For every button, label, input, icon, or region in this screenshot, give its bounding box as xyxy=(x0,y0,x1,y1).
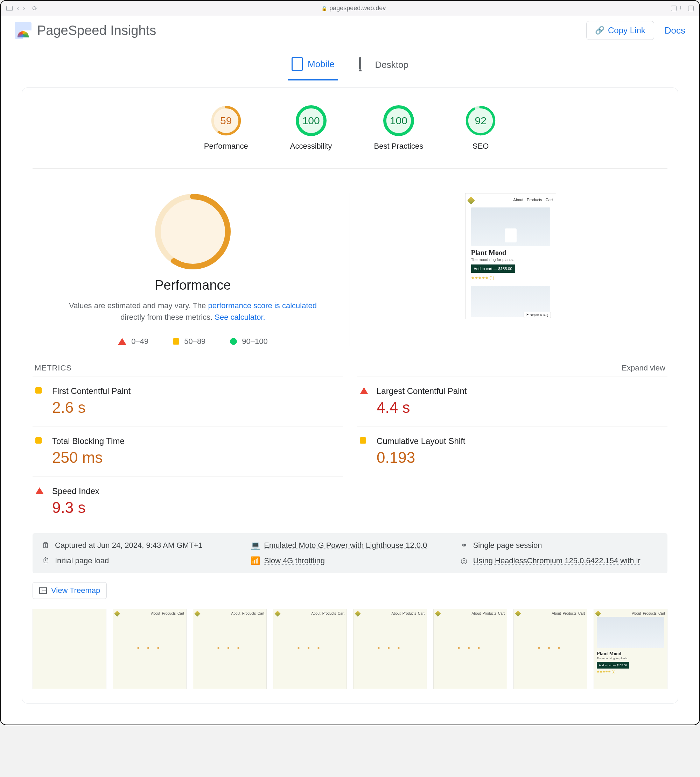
metric-name: Speed Index xyxy=(52,486,99,496)
forward-button[interactable]: › xyxy=(21,5,27,12)
load-type-text: Initial page load xyxy=(55,556,109,565)
mock-product-image xyxy=(471,208,550,246)
score-accessibility[interactable]: 100 Accessibility xyxy=(290,105,332,151)
score-seo-label: SEO xyxy=(472,142,488,151)
score-accessibility-label: Accessibility xyxy=(290,142,332,151)
score-seo[interactable]: 92 SEO xyxy=(465,105,496,151)
filmstrip-frame[interactable]: AboutProductsCart• • • xyxy=(513,609,587,689)
fail-icon xyxy=(35,487,44,494)
copy-link-button[interactable]: 🔗 Copy Link xyxy=(586,21,654,40)
expand-view-button[interactable]: Expand view xyxy=(622,363,665,373)
mock-product-name: Plant Mood xyxy=(471,249,550,257)
user-agent-link[interactable]: Using HeadlessChromium 125.0.6422.154 wi… xyxy=(473,556,640,565)
address-bar[interactable]: 🔒pagespeed.web.dev xyxy=(40,5,667,12)
filmstrip: AboutProductsCart• • •AboutProductsCart•… xyxy=(33,609,667,689)
mock-secondary-image: ⚑ Report a Bug xyxy=(471,286,550,317)
filmstrip-frame[interactable]: AboutProductsCartPlant MoodThe mood ring… xyxy=(593,609,667,689)
gauge-seo: 92 xyxy=(465,105,496,136)
mock-rating: ★★★★★ (1) xyxy=(471,276,550,280)
performance-detail-row: 59 Performance Values are estimated and … xyxy=(33,169,667,356)
perf-calc-link[interactable]: performance score is calculated xyxy=(208,301,317,310)
big-gauge-performance: 59 xyxy=(154,193,232,270)
device-tabs: Mobile Desktop xyxy=(1,45,699,80)
score-performance-label: Performance xyxy=(204,142,248,151)
avg-icon xyxy=(360,437,366,444)
gauge-accessibility: 100 xyxy=(296,105,327,136)
metrics-grid: First Contentful Paint2.6 sLargest Conte… xyxy=(33,376,667,526)
avg-icon xyxy=(35,387,42,394)
timer-icon: ⏱ xyxy=(42,556,50,565)
performance-note: Values are estimated and may vary. The p… xyxy=(67,300,319,323)
metrics-header: METRICS Expand view xyxy=(33,356,667,376)
docs-link[interactable]: Docs xyxy=(665,25,685,36)
filmstrip-frame[interactable]: AboutProductsCart• • • xyxy=(433,609,507,689)
legend-avg-icon xyxy=(173,338,179,344)
tab-desktop[interactable]: Desktop xyxy=(356,54,412,80)
filmstrip-frame[interactable]: AboutProductsCart• • • xyxy=(353,609,427,689)
new-tab-button[interactable]: + xyxy=(677,5,685,12)
view-treemap-button[interactable]: View Treemap xyxy=(33,582,107,599)
sidebar-toggle-icon[interactable] xyxy=(6,6,13,11)
metric-value: 9.3 s xyxy=(52,499,99,516)
emulated-device-link[interactable]: Emulated Moto G Power with Lighthouse 12… xyxy=(264,541,427,550)
pagespeed-logo-icon xyxy=(15,22,32,39)
lock-icon: 🔒 xyxy=(321,6,327,11)
desktop-icon xyxy=(359,57,361,70)
category-scores-row: 59 Performance 100 Accessibility 100 Bes… xyxy=(33,98,667,169)
session-icon: ⚭ xyxy=(460,541,468,550)
tab-desktop-label: Desktop xyxy=(375,60,408,70)
metric-value: 0.193 xyxy=(377,449,465,466)
app-title: PageSpeed Insights xyxy=(37,23,156,38)
device-icon: 💻 xyxy=(251,541,259,550)
filmstrip-frame[interactable]: AboutProductsCart• • • xyxy=(113,609,187,689)
score-best-practices-label: Best Practices xyxy=(374,142,423,151)
tab-mobile-label: Mobile xyxy=(308,59,335,70)
metrics-heading: METRICS xyxy=(35,363,72,373)
see-calculator-link[interactable]: See calculator. xyxy=(215,313,265,321)
browser-toolbar: ‹ › ⟳ 🔒pagespeed.web.dev + xyxy=(1,1,699,16)
share-button[interactable] xyxy=(671,6,677,11)
tab-mobile[interactable]: Mobile xyxy=(288,54,338,80)
app-header: PageSpeed Insights 🔗 Copy Link Docs xyxy=(1,16,699,45)
treemap-icon xyxy=(39,587,47,594)
legend-good-icon xyxy=(230,338,237,345)
score-legend: 0–49 50–89 90–100 xyxy=(118,337,268,346)
report-bug-badge: ⚑ Report a Bug xyxy=(523,312,551,318)
session-text: Single page session xyxy=(473,541,542,550)
wifi-icon: 📶 xyxy=(251,556,259,565)
captured-at-text: Captured at Jun 24, 2024, 9:43 AM GMT+1 xyxy=(55,541,202,550)
link-icon: 🔗 xyxy=(595,26,605,35)
calendar-icon: 🗓 xyxy=(42,541,50,550)
metric-item: Total Blocking Time250 ms xyxy=(33,426,343,476)
gauge-performance: 59 xyxy=(211,105,242,136)
legend-bad-icon xyxy=(118,338,127,345)
back-button[interactable]: ‹ xyxy=(15,5,21,12)
filmstrip-frame[interactable]: AboutProductsCart• • • xyxy=(273,609,347,689)
metric-value: 4.4 s xyxy=(377,399,467,416)
throttle-link[interactable]: Slow 4G throttling xyxy=(264,556,325,565)
filmstrip-frame[interactable] xyxy=(33,609,107,689)
capture-info: 🗓Captured at Jun 24, 2024, 9:43 AM GMT+1… xyxy=(33,533,667,573)
metric-item: Speed Index9.3 s xyxy=(33,476,343,526)
score-best-practices[interactable]: 100 Best Practices xyxy=(374,105,423,151)
mock-logo-icon xyxy=(467,196,475,205)
page-screenshot: About Products Cart Plant Mood The mood … xyxy=(465,193,556,319)
avg-icon xyxy=(35,437,42,444)
phone-icon xyxy=(292,57,303,71)
score-performance[interactable]: 59 Performance xyxy=(204,105,248,151)
performance-title: Performance xyxy=(155,278,231,293)
metric-item: Largest Contentful Paint4.4 s xyxy=(357,376,667,426)
metric-name: Largest Contentful Paint xyxy=(377,386,467,396)
metric-name: Cumulative Layout Shift xyxy=(377,436,465,446)
browser-window: ‹ › ⟳ 🔒pagespeed.web.dev + PageSpeed Ins… xyxy=(0,0,700,725)
gauge-best-practices: 100 xyxy=(383,105,414,136)
metric-name: First Contentful Paint xyxy=(52,386,130,396)
metric-value: 2.6 s xyxy=(52,399,130,416)
copy-link-label: Copy Link xyxy=(608,25,645,35)
filmstrip-frame[interactable]: AboutProductsCart• • • xyxy=(193,609,267,689)
chrome-icon: ◎ xyxy=(460,556,468,565)
tabs-button[interactable] xyxy=(688,6,694,11)
fail-icon xyxy=(360,387,368,394)
reload-button[interactable]: ⟳ xyxy=(30,5,40,12)
metric-item: First Contentful Paint2.6 s xyxy=(33,376,343,426)
